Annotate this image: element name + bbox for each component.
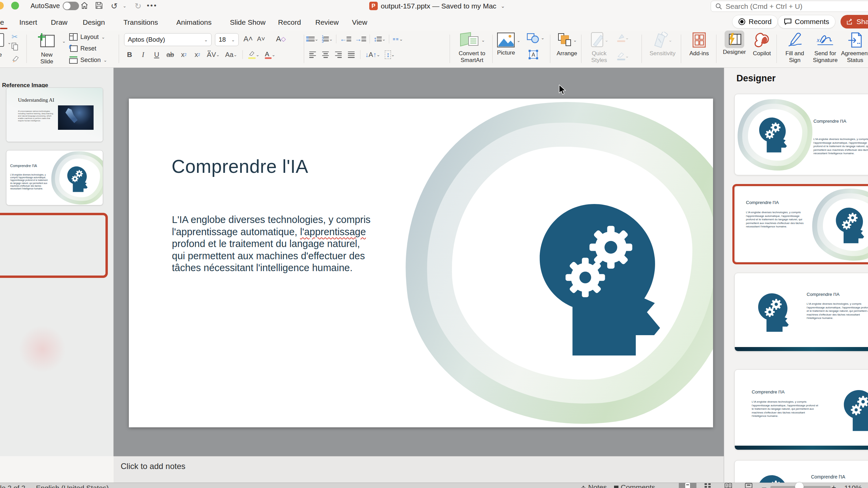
align-right-icon[interactable] xyxy=(334,50,342,59)
sensitivity-icon xyxy=(653,32,669,48)
bold-button[interactable]: B xyxy=(125,50,134,59)
head-gears-graphic[interactable] xyxy=(525,194,669,365)
section-chevron-icon: ⌄ xyxy=(103,58,107,63)
quick-styles-icon xyxy=(590,32,605,48)
comments-button[interactable]: Comments xyxy=(778,15,835,28)
slideshow-view-button[interactable] xyxy=(740,483,757,488)
copilot-button[interactable]: Copilot xyxy=(750,30,774,67)
highlight-color-button[interactable]: ⌄ xyxy=(248,50,259,59)
paste-icon[interactable] xyxy=(0,33,4,47)
comments-toggle[interactable]: Comments xyxy=(614,483,655,488)
agreement-status-button[interactable]: Agreement Status xyxy=(842,30,868,67)
zoom-slider-knob[interactable] xyxy=(795,482,804,488)
zoom-out-button[interactable]: − xyxy=(762,483,767,488)
new-slide-button[interactable]: ⌄ New Slide xyxy=(37,32,60,65)
line-spacing-button[interactable]: ↕⌄ xyxy=(373,35,386,43)
tab-transitions[interactable]: Transitions xyxy=(123,17,159,28)
save-icon[interactable] xyxy=(95,1,103,11)
share-button[interactable]: Share xyxy=(841,15,868,28)
designer-suggestion-1[interactable]: Comprendre l'IA L'IA englobe diverses te… xyxy=(734,94,868,175)
zoom-traffic-light[interactable] xyxy=(11,2,19,9)
underline-button[interactable]: U xyxy=(153,50,161,59)
undo-icon[interactable]: ↺ xyxy=(111,1,118,11)
increase-font-icon[interactable]: A˄ xyxy=(243,35,253,43)
tab-insert[interactable]: Insert xyxy=(19,17,38,28)
agreement-status-icon xyxy=(848,32,863,48)
slide-sorter-button[interactable] xyxy=(699,483,717,488)
fill-and-sign-button[interactable]: Fill and Sign xyxy=(781,30,808,67)
text-box-button[interactable]: A xyxy=(528,49,538,61)
current-slide[interactable]: Comprendre l'IA L'IA englobe diverses te… xyxy=(129,99,713,427)
copy-icon[interactable] xyxy=(12,43,18,52)
normal-view-button[interactable] xyxy=(679,483,696,488)
align-left-icon[interactable] xyxy=(309,50,317,59)
decrease-font-icon[interactable]: A˅ xyxy=(257,35,265,43)
notes-pane[interactable]: Click to add notes xyxy=(114,456,724,483)
format-painter-icon[interactable] xyxy=(12,55,20,64)
tab-slideshow[interactable]: Slide Show xyxy=(229,17,266,28)
convert-to-smartart-button[interactable]: ⌄ Convert to SmartArt xyxy=(454,30,490,67)
designer-suggestion-3[interactable]: Comprendre l'IA L'IA englobe diverses te… xyxy=(734,273,868,351)
add-ins-button[interactable]: Add-ins xyxy=(685,30,713,67)
notes-icon xyxy=(580,485,586,488)
status-bar: le 2 of 2 English (United States) Notes … xyxy=(0,483,868,488)
undo-chevron-icon[interactable]: ⌄ xyxy=(123,3,126,8)
tab-animations[interactable]: Animations xyxy=(176,17,212,28)
tab-draw[interactable]: Draw xyxy=(50,17,68,28)
record-button[interactable]: Record xyxy=(732,15,778,28)
change-case-button[interactable]: Aa⌄ xyxy=(225,50,237,59)
tab-design[interactable]: Design xyxy=(82,17,105,28)
arrange-button[interactable]: ⌄ Arrange xyxy=(554,30,580,67)
slide-title[interactable]: Comprendre l'IA xyxy=(172,156,308,177)
superscript-button[interactable]: x2 xyxy=(180,50,188,59)
justify-icon[interactable] xyxy=(347,50,355,59)
font-size-select[interactable]: 18⌄ xyxy=(215,33,239,46)
autosave-toggle[interactable] xyxy=(63,2,79,10)
tab-home[interactable]: Home xyxy=(0,17,5,28)
cut-icon[interactable]: ✂ xyxy=(12,33,18,41)
text-direction-button[interactable]: ↓A↑⌄ xyxy=(365,50,380,59)
minimize-traffic-light[interactable] xyxy=(0,2,4,9)
home-icon[interactable] xyxy=(81,1,88,11)
reset-button[interactable]: Reset xyxy=(69,45,96,52)
numbering-button[interactable]: 123 ⌄ xyxy=(322,35,333,43)
arrange-icon xyxy=(557,32,573,48)
clear-formatting-icon[interactable]: A◇ xyxy=(276,35,286,43)
subscript-button[interactable]: x2 xyxy=(193,50,201,59)
italic-button[interactable]: I xyxy=(139,50,147,59)
send-for-signature-button[interactable]: x Send for Signature xyxy=(811,30,840,67)
more-commands-icon[interactable]: ••• xyxy=(147,1,157,9)
paste-chevron-icon[interactable]: ⌄ xyxy=(7,40,11,45)
align-center-icon[interactable] xyxy=(321,50,330,59)
tab-view[interactable]: View xyxy=(351,17,368,28)
designer-button[interactable]: Designer xyxy=(720,30,749,67)
language-status[interactable]: English (United States) xyxy=(36,484,109,488)
increase-indent-icon[interactable]: → xyxy=(355,35,366,43)
align-text-button[interactable]: ↕⌄ xyxy=(385,50,395,59)
slide-thumbnail-1[interactable]: Understanding AI AI encompasses various … xyxy=(6,87,103,142)
reading-view-button[interactable] xyxy=(719,483,737,488)
shapes-button[interactable]: ⌄ xyxy=(527,33,539,45)
strikethrough-button[interactable]: ab xyxy=(166,50,174,59)
font-color-button[interactable]: A ⌄ xyxy=(265,50,275,59)
notes-toggle[interactable]: Notes xyxy=(580,483,607,488)
tab-review[interactable]: Review xyxy=(315,17,339,28)
slide-thumbnail-2[interactable]: Comprendre l'IA L'IA englobe diverses te… xyxy=(6,150,103,205)
zoom-in-button[interactable]: + xyxy=(831,483,836,488)
slide-body-text[interactable]: L'IA englobe diverses technologies, y co… xyxy=(172,214,371,274)
character-spacing-button[interactable]: A⃡V⌄ xyxy=(207,50,220,59)
bullets-button[interactable]: ⌄ xyxy=(309,35,318,43)
decrease-indent-icon[interactable]: ← xyxy=(340,35,351,43)
layout-icon xyxy=(69,33,78,41)
document-title[interactable]: P output-157.pptx — Saved to my Mac ⌄ xyxy=(369,2,505,10)
zoom-level[interactable]: 110% xyxy=(844,484,862,488)
designer-suggestion-4[interactable]: Comprendre l'IA L'IA englobe diverses te… xyxy=(734,369,868,450)
section-button[interactable]: Section ⌄ xyxy=(69,56,107,64)
layout-button[interactable]: Layout ⌄ xyxy=(69,33,105,41)
columns-button[interactable]: ≡≡⌄ xyxy=(393,35,403,43)
picture-button[interactable]: ⌄ Picture xyxy=(497,33,515,56)
agreement-status-label: Agreement Status xyxy=(841,50,868,64)
font-name-select[interactable]: Aptos (Body)⌄ xyxy=(124,33,212,46)
tab-record[interactable]: Record xyxy=(277,17,302,28)
search-input[interactable]: Search (Cmd + Ctrl + U) xyxy=(711,1,868,12)
